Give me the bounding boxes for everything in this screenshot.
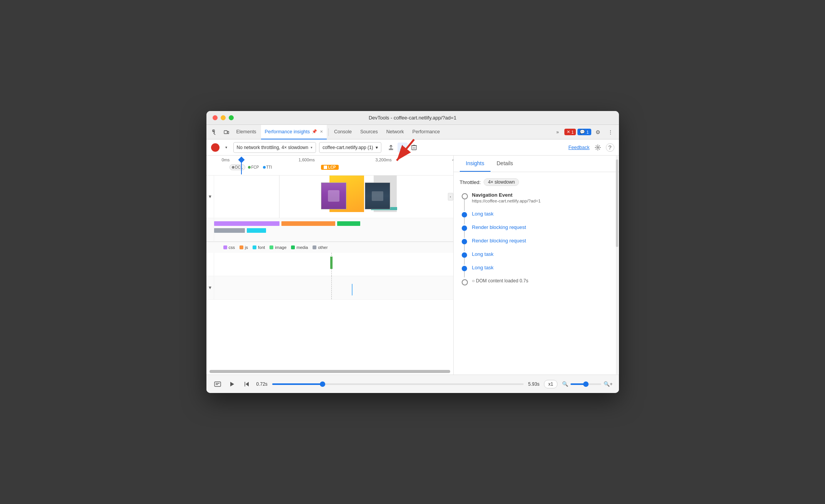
js-bar-1 (281, 221, 335, 226)
inspect-icon[interactable] (210, 127, 220, 138)
time-slider-container[interactable] (272, 383, 524, 385)
dom-content-item: ○ DOM content loaded 0.7s (460, 278, 613, 287)
play-button[interactable] (227, 379, 237, 389)
tab-performance[interactable]: Performance (409, 125, 444, 139)
record-button[interactable] (211, 143, 220, 152)
right-panel: Insights Details Throttled: 4× slowdown (454, 156, 619, 375)
timeline-scrollbar[interactable] (210, 370, 450, 373)
dashed-line-2 (331, 276, 332, 299)
more-tabs-icon[interactable]: » (552, 127, 563, 138)
ruler-mark-3200ms: 3,200ms (376, 158, 392, 163)
render-block-2-item: Render blocking request (460, 238, 613, 251)
tasks-row (206, 253, 453, 276)
nav-event-content: Navigation Event https://coffee-cart.net… (472, 192, 541, 203)
time-slider[interactable] (272, 383, 524, 385)
captions-toggle[interactable] (213, 379, 223, 389)
js-label: js (245, 245, 248, 250)
download-icon[interactable] (398, 143, 408, 153)
row-label-2 (206, 218, 214, 241)
tab-insights[interactable]: Insights (460, 156, 491, 172)
render-blocking-2-link[interactable]: Render blocking request (472, 238, 526, 244)
titlebar: DevTools - coffee-cart.netlify.app/?ad=1 (206, 111, 619, 125)
tabs-bar: Elements Performance insights 📌 ✕ Consol… (206, 125, 619, 139)
settings-panel-icon[interactable] (593, 143, 603, 153)
zoom-thumb[interactable] (583, 381, 589, 387)
expand-icon-2: ▶ (208, 287, 212, 289)
record-dropdown-icon[interactable]: ▾ (223, 144, 230, 151)
indicator-row: ▶ (206, 276, 453, 300)
skip-to-start-button[interactable] (242, 379, 252, 389)
main-content: 0ms 1,600ms 3,200ms 4,800ms (206, 156, 619, 375)
cursor-diamond (238, 156, 245, 163)
timeline-header: 0ms 1,600ms 3,200ms 4,800ms (206, 156, 453, 176)
legend-row: css js font image (206, 242, 453, 253)
bottom-bar: 0.72s 5.93s x1 🔍 🔍+ (206, 375, 619, 393)
image-color (269, 245, 273, 249)
zoom-container: 🔍 🔍+ (562, 381, 613, 387)
render-blocking-1-link[interactable]: Render blocking request (472, 224, 526, 230)
legend-image: image (269, 245, 286, 250)
help-icon[interactable]: ? (606, 143, 614, 152)
tab-console[interactable]: Console (330, 125, 356, 139)
dom-dot (462, 279, 468, 285)
traffic-lights (213, 115, 234, 120)
network-content-1 (214, 218, 453, 241)
throttle-dropdown[interactable]: No network throttling, 4× slowdown ▾ (233, 142, 316, 153)
js-color (240, 245, 243, 249)
throttled-label: Throttled: (460, 179, 481, 185)
delete-icon[interactable] (409, 143, 419, 153)
timeline-ruler: 0ms 1,600ms 3,200ms 4,800ms (222, 158, 450, 174)
ruler-mark-0ms: 0ms (222, 158, 230, 163)
nav-event-item: Navigation Event https://coffee-cart.net… (460, 192, 613, 211)
more-options-icon[interactable]: ⋮ (605, 127, 616, 138)
url-dropdown-icon: ▾ (376, 145, 378, 150)
dot-3 (462, 239, 467, 244)
dot-4 (462, 252, 467, 258)
long-task-3-link[interactable]: Long task (472, 265, 494, 270)
screenshots-content: › (214, 176, 453, 218)
chat-icon: 💬 (580, 129, 585, 134)
tab-details[interactable]: Details (491, 156, 519, 172)
svg-rect-2 (228, 131, 229, 134)
row-expand-chevron[interactable]: › (448, 193, 453, 201)
font-color (253, 245, 256, 249)
tab-elements[interactable]: Elements (233, 125, 260, 139)
zoom-slider[interactable] (571, 383, 601, 385)
minimize-button[interactable] (221, 115, 226, 120)
panel-scrollbar[interactable] (616, 156, 618, 375)
svg-rect-3 (412, 146, 416, 150)
upload-icon[interactable] (386, 143, 396, 153)
row-label-expand[interactable]: ▶ (206, 176, 214, 218)
screenshot-thumb-1[interactable] (321, 182, 346, 209)
timeline-rows[interactable]: ▶ (206, 176, 453, 368)
slider-thumb[interactable] (320, 381, 325, 387)
device-icon[interactable] (221, 127, 232, 138)
tab-close-icon[interactable]: ✕ (320, 129, 323, 134)
tab-performance-insights[interactable]: Performance insights 📌 ✕ (261, 125, 327, 139)
maximize-button[interactable] (229, 115, 234, 120)
screenshot-thumb-2[interactable] (365, 182, 390, 209)
url-dropdown[interactable]: coffee-cart.netlify.app (1) ▾ (319, 142, 381, 153)
feedback-button[interactable]: Feedback (569, 145, 590, 150)
legend-font: font (253, 245, 265, 250)
timeline-cursor (241, 158, 242, 174)
zoom-out-icon[interactable]: 🔍 (562, 381, 568, 387)
close-button[interactable] (213, 115, 218, 120)
nav-dot (462, 193, 468, 199)
panel-scrollbar-thumb (616, 159, 618, 247)
settings-icon[interactable]: ⚙ (593, 127, 604, 138)
long-task-1-link[interactable]: Long task (472, 211, 494, 217)
dot-1 (462, 212, 467, 217)
error-badge[interactable]: ✕ 1 (564, 129, 576, 135)
speed-badge[interactable]: x1 (544, 380, 557, 388)
row-label-4[interactable]: ▶ (206, 276, 214, 299)
tab-network[interactable]: Network (383, 125, 408, 139)
zoom-in-icon[interactable]: 🔍+ (604, 381, 613, 387)
dom-content-label: ○ DOM content loaded 0.7s (472, 278, 529, 284)
dcl-marker: DCL (230, 164, 245, 170)
tab-sources[interactable]: Sources (356, 125, 382, 139)
long-task-2-link[interactable]: Long task (472, 251, 494, 257)
message-badge[interactable]: 💬 1 (577, 129, 591, 135)
media-color (291, 245, 295, 249)
panel-content[interactable]: Throttled: 4× slowdown Navigation Event … (454, 172, 619, 375)
